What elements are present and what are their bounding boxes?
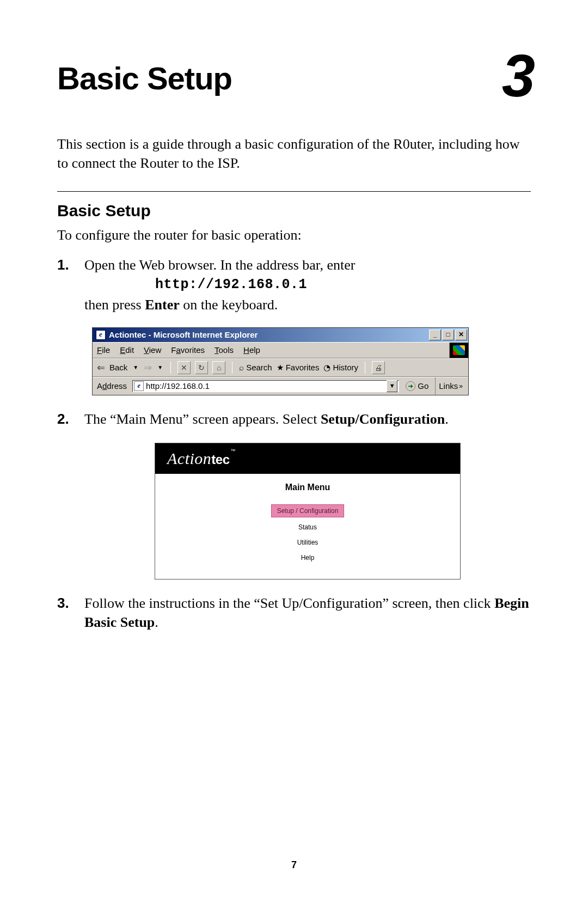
menu-help[interactable]: Help xyxy=(243,345,260,356)
search-icon: ⌕ xyxy=(239,362,244,373)
main-menu-title: Main Menu xyxy=(155,481,460,493)
ie-menubar: File Edit View Favorites Tools Help xyxy=(93,342,468,358)
step-1: Open the Web browser. In the address bar… xyxy=(57,255,531,395)
ie-addressbar: Address http://192.168.0.1 ▼ ➜ Go Links … xyxy=(93,377,468,395)
menu-item-setup-configuration[interactable]: Setup / Configuration xyxy=(271,504,345,517)
logo-tec: tec xyxy=(211,452,229,467)
favorites-button[interactable]: ★ Favorites xyxy=(277,362,320,373)
go-arrow-icon: ➜ xyxy=(406,381,415,391)
step-3-text-c: . xyxy=(155,614,158,630)
step-1-text-a: Open the Web browser. In the address bar… xyxy=(84,257,355,273)
toolbar-separator xyxy=(365,362,365,374)
ie-app-icon xyxy=(96,330,106,340)
refresh-button-icon[interactable]: ↻ xyxy=(195,361,208,374)
address-dropdown-icon[interactable]: ▼ xyxy=(387,380,397,392)
forward-dropdown-icon[interactable]: ▼ xyxy=(157,364,163,371)
menu-file[interactable]: File xyxy=(97,345,110,356)
menu-item-utilities[interactable]: Utilities xyxy=(155,535,460,550)
chapter-title: Basic Setup xyxy=(57,60,232,96)
history-label: History xyxy=(333,362,358,373)
back-arrow-icon[interactable]: ⇐ xyxy=(97,361,105,374)
address-field[interactable]: http://192.168.0.1 ▼ xyxy=(132,380,399,392)
step-2-text-c: . xyxy=(445,411,449,427)
back-dropdown-icon[interactable]: ▼ xyxy=(133,364,138,371)
step-2-bold: Setup/Configuration xyxy=(321,411,445,427)
step-1-bold-enter: Enter xyxy=(145,297,180,313)
actiontec-window-screenshot: Actiontec™ Main Menu Setup / Configurati… xyxy=(155,443,461,579)
section-divider xyxy=(57,191,531,192)
chapter-header: Basic Setup 3 xyxy=(57,60,531,96)
menu-tools[interactable]: Tools xyxy=(215,345,234,356)
minimize-button[interactable]: _ xyxy=(429,330,441,340)
chapter-number: 3 xyxy=(502,54,535,96)
links-chevron-icon: » xyxy=(459,382,463,391)
search-label: Search xyxy=(246,362,272,373)
windows-flag-icon xyxy=(453,345,465,355)
history-button[interactable]: ◔ History xyxy=(323,362,358,373)
document-page: Basic Setup 3 This section is a guide th… xyxy=(0,0,588,909)
page-icon xyxy=(134,381,144,391)
page-number: 7 xyxy=(0,859,588,871)
actiontec-body: Main Menu Setup / Configuration Status U… xyxy=(155,474,460,578)
step-3-text-a: Follow the instructions in the “Set Up/C… xyxy=(84,595,494,611)
intro-paragraph: This section is a guide through a basic … xyxy=(57,135,531,173)
ie-window-screenshot: Actiontec - Microsoft Internet Explorer … xyxy=(92,327,469,395)
step-1-text-b2: on the keyboard. xyxy=(180,297,278,313)
back-button[interactable]: Back xyxy=(109,362,127,373)
favorites-label: Favorites xyxy=(286,362,320,373)
close-button[interactable]: ✕ xyxy=(455,330,467,340)
go-button[interactable]: ➜ Go xyxy=(402,381,432,392)
links-label: Links xyxy=(439,381,458,392)
search-button[interactable]: ⌕ Search xyxy=(239,362,272,373)
menu-view[interactable]: View xyxy=(144,345,161,356)
actiontec-header: Actiontec™ xyxy=(155,443,460,474)
step-3: Follow the instructions in the “Set Up/C… xyxy=(57,594,531,632)
print-button-icon[interactable]: 🖨 xyxy=(372,361,385,374)
toolbar-separator xyxy=(170,362,171,374)
step-2: The “Main Menu” screen appears. Select S… xyxy=(57,410,531,579)
step-1-url: http://192.168.0.1 xyxy=(155,276,531,294)
links-button[interactable]: Links » xyxy=(435,377,466,395)
logo-script: Action xyxy=(167,449,211,467)
section-lead: To configure the router for basic operat… xyxy=(57,225,531,245)
history-icon: ◔ xyxy=(323,362,330,373)
toolbar-separator xyxy=(232,362,232,374)
ie-throbber xyxy=(449,343,468,358)
maximize-button[interactable]: □ xyxy=(442,330,454,340)
address-value: http://192.168.0.1 xyxy=(146,381,387,392)
ie-window-buttons: _ □ ✕ xyxy=(429,330,467,340)
actiontec-logo: Actiontec™ xyxy=(167,448,236,470)
forward-arrow-icon[interactable]: ⇒ xyxy=(144,361,152,374)
address-label: Address xyxy=(95,381,129,392)
go-label: Go xyxy=(418,381,428,392)
step-2-text-a: The “Main Menu” screen appears. Select xyxy=(84,411,321,427)
ie-toolbar: ⇐ Back ▼ ⇒ ▼ ✕ ↻ ⌂ ⌕ Search ★ xyxy=(93,358,468,377)
ie-window-title: Actiontec - Microsoft Internet Explorer xyxy=(109,330,429,340)
menu-item-help[interactable]: Help xyxy=(155,550,460,565)
favorites-icon: ★ xyxy=(277,362,284,373)
menu-item-status[interactable]: Status xyxy=(155,520,460,535)
section-title: Basic Setup xyxy=(57,202,531,220)
menu-edit[interactable]: Edit xyxy=(120,345,134,356)
logo-tm: ™ xyxy=(231,448,236,454)
ie-titlebar: Actiontec - Microsoft Internet Explorer … xyxy=(93,328,468,342)
home-button-icon[interactable]: ⌂ xyxy=(212,361,225,374)
stop-button-icon[interactable]: ✕ xyxy=(177,361,191,374)
menu-favorites[interactable]: Favorites xyxy=(171,345,205,356)
steps-list: Open the Web browser. In the address bar… xyxy=(57,255,531,632)
step-1-text-b1: then press xyxy=(84,297,145,313)
